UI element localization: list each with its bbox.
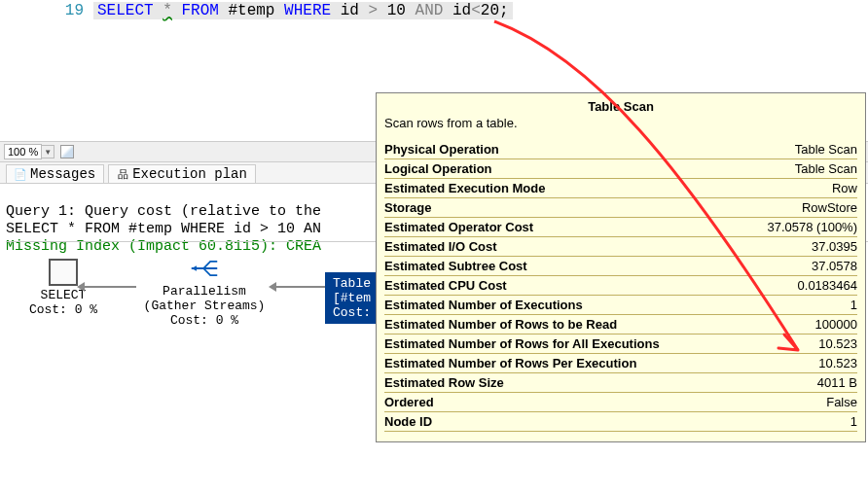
line-number: 19	[0, 2, 93, 19]
tab-plan-label: Execution plan	[132, 166, 247, 182]
plan-node-table-scan[interactable]: Table [#tem Cost:	[325, 272, 379, 324]
zoom-select[interactable]: 100 %	[4, 144, 42, 159]
zoom-value: 100 %	[8, 146, 38, 158]
tooltip-value: Table Scan	[795, 141, 857, 158]
zoom-dropdown-caret[interactable]: ▼	[42, 145, 54, 158]
tooltip-value: 4011 B	[817, 374, 857, 391]
plan-tooltip: Table Scan Scan rows from a table. Physi…	[376, 92, 866, 442]
node-cost: Cost:	[331, 305, 373, 320]
plan-arrow-head	[269, 282, 276, 292]
plan-node-select[interactable]: SELECT Cost: 0 %	[0, 259, 136, 317]
tooltip-value: 37.0578	[812, 258, 857, 274]
tooltip-row: Estimated CPU Cost0.0183464	[384, 276, 857, 296]
tooltip-key: Physical Operation	[384, 141, 499, 158]
query-sql-line: SELECT * FROM #temp WHERE id > 10 AN	[6, 221, 321, 237]
tooltip-row: Physical OperationTable Scan	[384, 140, 857, 159]
lit-10: 10	[387, 2, 406, 19]
tooltip-value: 1	[850, 297, 857, 313]
tooltip-key: Estimated Number of Rows to be Read	[384, 316, 617, 333]
tooltip-row: StorageRowStore	[384, 198, 857, 218]
messages-icon: 📄	[15, 168, 26, 180]
tooltip-row: Estimated Operator Cost37.0578 (100%)	[384, 218, 857, 237]
op-lt: <	[471, 2, 481, 19]
tooltip-key: Estimated Operator Cost	[384, 219, 533, 235]
toolbar-icon[interactable]	[60, 145, 74, 158]
tooltip-key: Estimated Number of Rows Per Execution	[384, 355, 636, 371]
lit-20: 20	[481, 2, 499, 19]
tooltip-key: Storage	[384, 199, 431, 216]
tooltip-key: Estimated Number of Rows for All Executi…	[384, 335, 660, 352]
tooltip-row: Estimated Number of Executions1	[384, 296, 857, 315]
tooltip-key: Estimated Row Size	[384, 374, 504, 391]
node-label: Parallelism	[131, 284, 277, 299]
kw-select: SELECT	[97, 2, 154, 19]
tooltip-value: Table Scan	[795, 160, 857, 177]
tooltip-value: 10.523	[818, 355, 857, 371]
tooltip-value: 1	[850, 413, 857, 430]
tooltip-properties: Physical OperationTable ScanLogical Oper…	[384, 140, 857, 432]
col-id2: id	[452, 2, 471, 19]
tab-execution-plan[interactable]: 品 Execution plan	[108, 164, 256, 183]
semi: ;	[499, 2, 509, 19]
tooltip-row: Estimated Execution ModeRow	[384, 179, 857, 198]
query-header-line: Query 1: Query cost (relative to the	[6, 203, 330, 220]
tooltip-row: Estimated Row Size4011 B	[384, 373, 857, 393]
node-label: Table	[331, 276, 373, 291]
tooltip-value: 100000	[815, 316, 857, 333]
tab-messages-label: Messages	[30, 166, 95, 182]
parallelism-icon	[190, 255, 219, 282]
tooltip-row: Estimated I/O Cost37.0395	[384, 237, 857, 257]
plan-node-parallelism[interactable]: Parallelism (Gather Streams) Cost: 0 %	[131, 255, 277, 328]
tooltip-description: Scan rows from a table.	[384, 116, 857, 130]
tooltip-row: Estimated Subtree Cost37.0578	[384, 257, 857, 276]
tooltip-row: Estimated Number of Rows for All Executi…	[384, 335, 857, 354]
plan-arrow-head	[77, 282, 85, 292]
kw-from: FROM	[181, 2, 218, 19]
tooltip-row: Estimated Number of Rows to be Read10000…	[384, 315, 857, 335]
tooltip-value: Row	[832, 180, 857, 196]
node-cost: Cost: 0 %	[131, 313, 277, 328]
col-id: id	[341, 2, 359, 19]
tooltip-row: Estimated Number of Rows Per Execution10…	[384, 354, 857, 373]
tooltip-key: Estimated Number of Executions	[384, 297, 583, 313]
node-cost: Cost: 0 %	[0, 302, 136, 317]
tooltip-key: Ordered	[384, 394, 434, 410]
plan-arrow	[83, 286, 136, 288]
kw-and: AND	[416, 2, 444, 19]
tooltip-value: 10.523	[818, 335, 857, 352]
node-label: SELECT	[0, 288, 136, 302]
node-sublabel: [#tem	[331, 291, 373, 305]
sql-code[interactable]: SELECT * FROM #temp WHERE id > 10 AND id…	[93, 2, 513, 19]
kw-where: WHERE	[284, 2, 331, 19]
tooltip-key: Estimated CPU Cost	[384, 277, 507, 294]
tooltip-key: Estimated Execution Mode	[384, 180, 545, 196]
tbl-name: #temp	[228, 2, 274, 19]
tooltip-value: False	[826, 394, 857, 410]
tooltip-key: Node ID	[384, 413, 432, 430]
plan-icon: 品	[117, 168, 128, 180]
tooltip-key: Estimated I/O Cost	[384, 238, 497, 255]
op-star: *	[163, 2, 172, 19]
op-gt: >	[369, 2, 379, 19]
tab-messages[interactable]: 📄 Messages	[6, 164, 104, 183]
tooltip-value: 37.0578 (100%)	[767, 219, 857, 235]
tooltip-key: Logical Operation	[384, 160, 492, 177]
tooltip-value: 37.0395	[812, 238, 857, 255]
tooltip-row: Logical OperationTable Scan	[384, 159, 857, 179]
tooltip-key: Estimated Subtree Cost	[384, 258, 527, 274]
tooltip-title: Table Scan	[384, 99, 857, 114]
editor-line: 19 SELECT * FROM #temp WHERE id > 10 AND…	[0, 0, 868, 19]
node-sublabel: (Gather Streams)	[131, 299, 277, 313]
select-icon	[49, 259, 78, 286]
tooltip-row: OrderedFalse	[384, 393, 857, 412]
tooltip-value: 0.0183464	[798, 277, 857, 294]
tooltip-value: RowStore	[802, 199, 857, 216]
plan-arrow	[274, 286, 325, 288]
tooltip-row: Node ID1	[384, 412, 857, 432]
